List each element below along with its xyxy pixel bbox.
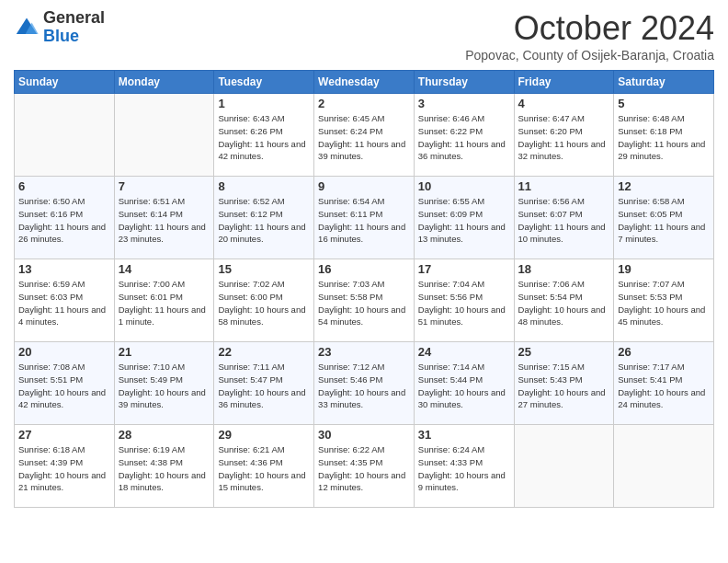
day-info: Sunrise: 6:22 AMSunset: 4:35 PMDaylight:… [318, 443, 410, 494]
day-number: 9 [318, 179, 410, 193]
weekday-header-friday: Friday [514, 71, 614, 94]
calendar-week-2: 6Sunrise: 6:50 AMSunset: 6:16 PMDaylight… [15, 177, 714, 259]
day-number: 15 [218, 262, 310, 276]
day-number: 22 [218, 345, 310, 359]
day-number: 18 [518, 262, 610, 276]
calendar-cell: 12Sunrise: 6:58 AMSunset: 6:05 PMDayligh… [614, 177, 714, 259]
day-info: Sunrise: 6:46 AMSunset: 6:22 PMDaylight:… [418, 112, 510, 163]
calendar-cell [614, 425, 714, 508]
day-number: 27 [18, 428, 110, 442]
day-info: Sunrise: 7:03 AMSunset: 5:58 PMDaylight:… [318, 278, 410, 328]
day-info: Sunrise: 6:47 AMSunset: 6:20 PMDaylight:… [518, 112, 610, 163]
calendar-cell: 26Sunrise: 7:17 AMSunset: 5:41 PMDayligh… [614, 342, 714, 425]
calendar-cell: 25Sunrise: 7:15 AMSunset: 5:43 PMDayligh… [514, 342, 614, 425]
day-info: Sunrise: 7:14 AMSunset: 5:44 PMDaylight:… [418, 361, 510, 411]
calendar-cell: 19Sunrise: 7:07 AMSunset: 5:53 PMDayligh… [614, 259, 714, 342]
day-number: 5 [618, 97, 710, 110]
day-number: 2 [318, 97, 410, 110]
day-number: 24 [418, 345, 510, 359]
day-info: Sunrise: 7:06 AMSunset: 5:54 PMDaylight:… [518, 278, 610, 328]
calendar-cell [114, 94, 214, 177]
calendar-cell: 14Sunrise: 7:00 AMSunset: 6:01 PMDayligh… [114, 259, 214, 342]
day-number: 31 [418, 428, 510, 442]
day-info: Sunrise: 7:11 AMSunset: 5:47 PMDaylight:… [218, 361, 310, 411]
calendar-cell [15, 94, 115, 177]
day-number: 16 [318, 262, 410, 276]
weekday-header-tuesday: Tuesday [214, 71, 314, 94]
calendar-week-1: 1Sunrise: 6:43 AMSunset: 6:26 PMDaylight… [15, 94, 714, 177]
day-number: 8 [218, 179, 310, 193]
day-info: Sunrise: 7:02 AMSunset: 6:00 PMDaylight:… [218, 278, 310, 328]
day-info: Sunrise: 7:15 AMSunset: 5:43 PMDaylight:… [518, 361, 610, 411]
day-info: Sunrise: 6:43 AMSunset: 6:26 PMDaylight:… [218, 112, 310, 163]
day-number: 20 [18, 345, 110, 359]
calendar-cell: 7Sunrise: 6:51 AMSunset: 6:14 PMDaylight… [114, 177, 214, 259]
day-info: Sunrise: 7:08 AMSunset: 5:51 PMDaylight:… [18, 361, 110, 411]
calendar-cell: 16Sunrise: 7:03 AMSunset: 5:58 PMDayligh… [314, 259, 415, 342]
day-number: 19 [618, 262, 710, 276]
weekday-header-monday: Monday [114, 71, 214, 94]
day-info: Sunrise: 6:24 AMSunset: 4:33 PMDaylight:… [418, 443, 510, 494]
calendar-cell: 18Sunrise: 7:06 AMSunset: 5:54 PMDayligh… [514, 259, 614, 342]
calendar-cell: 22Sunrise: 7:11 AMSunset: 5:47 PMDayligh… [214, 342, 314, 425]
title-section: October 2024 Popovac, County of Osijek-B… [465, 9, 714, 63]
day-info: Sunrise: 6:48 AMSunset: 6:18 PMDaylight:… [618, 112, 710, 163]
calendar-cell: 11Sunrise: 6:56 AMSunset: 6:07 PMDayligh… [514, 177, 614, 259]
calendar-week-5: 27Sunrise: 6:18 AMSunset: 4:39 PMDayligh… [15, 425, 714, 508]
day-number: 11 [518, 179, 610, 193]
day-info: Sunrise: 6:54 AMSunset: 6:11 PMDaylight:… [318, 195, 410, 246]
day-info: Sunrise: 6:45 AMSunset: 6:24 PMDaylight:… [318, 112, 410, 163]
logo-general-text: General [43, 9, 105, 28]
calendar-cell: 6Sunrise: 6:50 AMSunset: 6:16 PMDaylight… [15, 177, 115, 259]
logo: General Blue [14, 9, 105, 46]
calendar-cell: 28Sunrise: 6:19 AMSunset: 4:38 PMDayligh… [114, 425, 214, 508]
day-number: 6 [18, 179, 110, 193]
calendar-cell: 9Sunrise: 6:54 AMSunset: 6:11 PMDaylight… [314, 177, 415, 259]
day-number: 17 [418, 262, 510, 276]
logo-icon [14, 15, 40, 40]
day-number: 14 [119, 262, 210, 276]
day-info: Sunrise: 7:04 AMSunset: 5:56 PMDaylight:… [418, 278, 510, 328]
day-info: Sunrise: 7:00 AMSunset: 6:01 PMDaylight:… [119, 278, 210, 328]
calendar-cell: 1Sunrise: 6:43 AMSunset: 6:26 PMDaylight… [214, 94, 314, 177]
weekday-header-sunday: Sunday [15, 71, 115, 94]
day-number: 29 [218, 428, 310, 442]
day-number: 3 [418, 97, 510, 110]
day-info: Sunrise: 6:21 AMSunset: 4:36 PMDaylight:… [218, 443, 310, 494]
calendar-cell: 23Sunrise: 7:12 AMSunset: 5:46 PMDayligh… [314, 342, 415, 425]
day-info: Sunrise: 7:17 AMSunset: 5:41 PMDaylight:… [618, 361, 710, 411]
calendar-table: SundayMondayTuesdayWednesdayThursdayFrid… [14, 70, 714, 508]
weekday-header-thursday: Thursday [414, 71, 514, 94]
calendar-cell: 4Sunrise: 6:47 AMSunset: 6:20 PMDaylight… [514, 94, 614, 177]
calendar-cell: 5Sunrise: 6:48 AMSunset: 6:18 PMDaylight… [614, 94, 714, 177]
day-number: 7 [119, 179, 210, 193]
calendar-cell: 27Sunrise: 6:18 AMSunset: 4:39 PMDayligh… [15, 425, 115, 508]
weekday-header-wednesday: Wednesday [314, 71, 415, 94]
day-info: Sunrise: 6:59 AMSunset: 6:03 PMDaylight:… [18, 278, 110, 328]
day-number: 4 [518, 97, 610, 110]
day-info: Sunrise: 6:56 AMSunset: 6:07 PMDaylight:… [518, 195, 610, 246]
day-number: 21 [119, 345, 210, 359]
day-info: Sunrise: 7:10 AMSunset: 5:49 PMDaylight:… [119, 361, 210, 411]
calendar-cell: 30Sunrise: 6:22 AMSunset: 4:35 PMDayligh… [314, 425, 415, 508]
day-info: Sunrise: 6:50 AMSunset: 6:16 PMDaylight:… [18, 195, 110, 246]
day-number: 26 [618, 345, 710, 359]
calendar-cell: 13Sunrise: 6:59 AMSunset: 6:03 PMDayligh… [15, 259, 115, 342]
day-info: Sunrise: 7:12 AMSunset: 5:46 PMDaylight:… [318, 361, 410, 411]
calendar-cell: 20Sunrise: 7:08 AMSunset: 5:51 PMDayligh… [15, 342, 115, 425]
calendar-week-4: 20Sunrise: 7:08 AMSunset: 5:51 PMDayligh… [15, 342, 714, 425]
calendar-cell: 15Sunrise: 7:02 AMSunset: 6:00 PMDayligh… [214, 259, 314, 342]
month-title: October 2024 [465, 9, 714, 48]
weekday-header-row: SundayMondayTuesdayWednesdayThursdayFrid… [15, 71, 714, 94]
logo-text: General Blue [43, 9, 105, 46]
day-number: 10 [418, 179, 510, 193]
day-info: Sunrise: 6:19 AMSunset: 4:38 PMDaylight:… [119, 443, 210, 494]
calendar-cell: 29Sunrise: 6:21 AMSunset: 4:36 PMDayligh… [214, 425, 314, 508]
weekday-header-saturday: Saturday [614, 71, 714, 94]
day-info: Sunrise: 6:58 AMSunset: 6:05 PMDaylight:… [618, 195, 710, 246]
calendar-cell [514, 425, 614, 508]
location-subtitle: Popovac, County of Osijek-Baranja, Croat… [465, 48, 714, 63]
day-number: 23 [318, 345, 410, 359]
calendar-cell: 10Sunrise: 6:55 AMSunset: 6:09 PMDayligh… [414, 177, 514, 259]
day-number: 13 [18, 262, 110, 276]
